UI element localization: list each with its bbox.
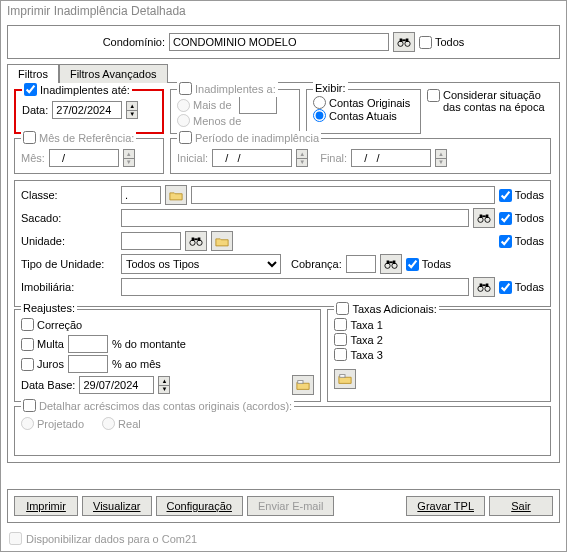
configuracao-button[interactable]: Configuração [156,496,243,516]
visualizar-button[interactable]: Visualizar [82,496,152,516]
menos-de-radio [177,114,190,127]
multa-input[interactable] [68,335,108,353]
svg-rect-7 [479,215,482,219]
svg-rect-2 [400,39,403,43]
svg-rect-13 [198,238,201,242]
imprimir-button[interactable]: Imprimir [14,496,78,516]
sair-button[interactable]: Sair [489,496,553,516]
inadimplentes-a-checkbox[interactable]: Inadimplentes a: [179,82,276,95]
cobranca-label: Cobrança: [291,258,342,270]
sacado-search-icon[interactable] [473,208,495,228]
todos-condominio-checkbox[interactable]: Todos [419,36,464,49]
svg-rect-8 [485,215,488,219]
mes-ref-spinner: ▲▼ [123,149,135,167]
cobranca-todas-checkbox[interactable]: Todas [406,258,451,271]
tab-filtros[interactable]: Filtros [7,64,59,83]
periodo-checkbox[interactable]: Período de inadimplência [179,131,319,144]
classe-desc-input[interactable] [191,186,495,204]
enviar-email-button: Enviar E-mail [247,496,334,516]
considerar-checkbox[interactable]: Considerar situação das contas na época [427,89,547,134]
svg-rect-26 [340,375,345,378]
periodo-final-input [351,149,431,167]
periodo-inicial-input [212,149,292,167]
contas-originais-radio[interactable] [313,96,326,109]
detalhar-checkbox[interactable]: Detalhar acréscimos das contas originais… [23,399,292,412]
periodo-inicial-spinner: ▲▼ [296,149,308,167]
svg-rect-14 [194,238,198,240]
taxa1-checkbox[interactable]: Taxa 1 [334,318,382,331]
window-title: Imprimir Inadimplência Detalhada [1,1,566,21]
contas-atuais-radio[interactable] [313,109,326,122]
unidade-todas-checkbox[interactable]: Todas [499,235,544,248]
mes-ref-input [49,149,119,167]
juros-checkbox[interactable]: Juros [21,358,64,371]
svg-rect-19 [389,261,393,263]
binoculars-icon[interactable] [393,32,415,52]
unidade-search-icon[interactable] [185,231,207,251]
svg-rect-23 [485,284,488,288]
tipo-unidade-select[interactable]: Todos os Tipos [121,254,281,274]
classe-label: Classe: [21,189,117,201]
mes-ref-checkbox[interactable]: Mês de Referência: [23,131,134,144]
imobiliaria-todas-checkbox[interactable]: Todas [499,281,544,294]
imobiliaria-search-icon[interactable] [473,277,495,297]
sacado-input[interactable] [121,209,469,227]
unidade-folder-icon[interactable] [211,231,233,251]
cobranca-search-icon[interactable] [380,254,402,274]
taxas-folder-icon[interactable] [334,369,356,389]
sacado-label: Sacado: [21,212,117,224]
imobiliaria-input[interactable] [121,278,469,296]
reajustes-folder-icon[interactable] [292,375,314,395]
unidade-input[interactable] [121,232,181,250]
inad-a-input [239,96,277,114]
real-radio [102,417,115,430]
svg-rect-12 [192,238,195,242]
data-label: Data: [22,104,48,116]
data-ate-spinner[interactable]: ▲▼ [126,101,138,119]
disponibilizar-checkbox: Disponibilizar dados para o Com21 [9,532,197,545]
periodo-final-spinner: ▲▼ [435,149,447,167]
classe-todas-checkbox[interactable]: Todas [499,189,544,202]
svg-rect-24 [482,284,486,286]
data-ate-input[interactable] [52,101,122,119]
mais-de-radio [177,99,190,112]
condominio-input[interactable] [169,33,389,51]
svg-rect-9 [482,215,486,217]
gravar-tpl-button[interactable]: Gravar TPL [406,496,485,516]
data-base-label: Data Base: [21,379,75,391]
taxas-checkbox[interactable]: Taxas Adicionais: [336,302,436,315]
classe-folder-icon[interactable] [165,185,187,205]
sacado-todos-checkbox[interactable]: Todos [499,212,544,225]
svg-rect-4 [402,39,406,41]
cobranca-input[interactable] [346,255,376,273]
svg-rect-25 [298,381,303,384]
condominio-label: Condomínio: [103,36,165,48]
projetado-radio [21,417,34,430]
inadimplentes-ate-checkbox[interactable]: Inadimplentes até: [24,83,130,96]
taxa2-checkbox[interactable]: Taxa 2 [334,333,382,346]
taxa3-checkbox[interactable]: Taxa 3 [334,348,382,361]
svg-rect-18 [393,261,396,265]
svg-rect-17 [386,261,389,265]
svg-rect-3 [406,39,409,43]
tipo-unidade-label: Tipo de Unidade: [21,258,117,270]
tab-filtros-avancados[interactable]: Filtros Avançados [59,64,168,83]
svg-rect-22 [479,284,482,288]
reajustes-legend: Reajustes: [21,302,77,314]
imobiliaria-label: Imobiliária: [21,281,117,293]
data-base-spinner[interactable]: ▲▼ [158,376,170,394]
data-base-input[interactable] [79,376,154,394]
exibir-legend: Exibir: [313,82,348,94]
correcao-checkbox[interactable]: Correção [21,318,82,331]
unidade-label: Unidade: [21,235,117,247]
multa-checkbox[interactable]: Multa [21,338,64,351]
juros-input[interactable] [68,355,108,373]
classe-code-input[interactable] [121,186,161,204]
